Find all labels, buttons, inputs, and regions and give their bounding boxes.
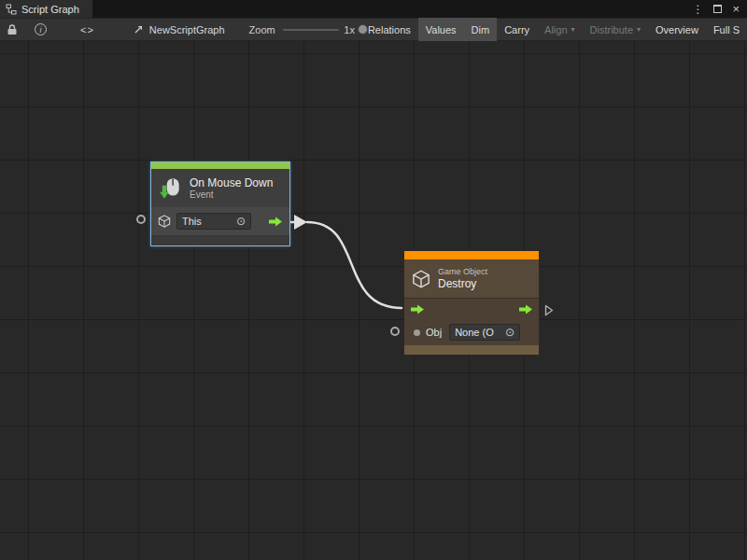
zoom-slider-track xyxy=(283,29,340,31)
trigger-input-port[interactable] xyxy=(410,304,425,315)
values-button[interactable]: Values xyxy=(418,18,464,41)
trigger-output-port[interactable] xyxy=(268,217,283,227)
overview-button[interactable]: Overview xyxy=(648,18,706,41)
code-icon: <> xyxy=(80,24,94,35)
node-title: Destroy xyxy=(438,277,487,290)
script-graph-window: Script Graph ⋮ × i <> xyxy=(0,0,747,560)
graph-name-label: NewScriptGraph xyxy=(149,24,225,35)
chevron-down-icon: ▾ xyxy=(571,25,575,34)
destroy-node-header[interactable]: Game Object Destroy xyxy=(404,259,539,298)
node-category: Game Object xyxy=(438,267,487,277)
align-dropdown[interactable]: Align ▾ xyxy=(537,18,582,41)
tab-label: Script Graph xyxy=(21,4,79,15)
node-title: On Mouse Down xyxy=(190,176,273,189)
carry-button[interactable]: Carry xyxy=(497,18,537,41)
obj-value-dot xyxy=(414,329,420,336)
dim-button[interactable]: Dim xyxy=(464,18,498,41)
info-button[interactable]: i xyxy=(32,18,49,41)
connection-wire[interactable] xyxy=(283,215,402,308)
lock-button[interactable] xyxy=(4,18,21,41)
lock-icon xyxy=(7,23,18,35)
target-object-field[interactable]: This ⊙ xyxy=(176,213,251,230)
event-accent-bar xyxy=(151,162,289,169)
title-bar: Script Graph ⋮ × xyxy=(0,0,747,18)
relations-button[interactable]: Relations xyxy=(360,18,418,41)
obj-field-value: None (O xyxy=(455,327,494,338)
graph-asset-icon xyxy=(133,24,144,35)
event-node-body: This ⊙ xyxy=(151,207,289,235)
obj-label: Obj xyxy=(426,327,442,338)
gameobject-cube-icon xyxy=(412,270,430,288)
event-node-footer xyxy=(151,235,289,245)
zoom-slider[interactable] xyxy=(283,18,340,41)
target-input-port[interactable] xyxy=(136,215,146,224)
gameobject-cube-icon xyxy=(158,215,171,228)
destroy-obj-row: Obj None (O ⊙ xyxy=(404,320,539,344)
info-icon: i xyxy=(35,23,47,35)
mouse-down-icon xyxy=(159,176,183,201)
obj-object-field[interactable]: None (O ⊙ xyxy=(449,324,520,341)
node-subtitle: Event xyxy=(190,189,273,201)
kebab-menu-icon[interactable]: ⋮ xyxy=(692,3,703,16)
graph-tab-icon xyxy=(6,4,17,15)
destroy-node[interactable]: Game Object Destroy xyxy=(403,250,540,356)
destroy-accent-bar xyxy=(404,251,539,259)
trigger-output-port[interactable] xyxy=(518,304,533,315)
maximize-icon[interactable] xyxy=(713,5,722,13)
graph-toolbar: i <> NewScriptGraph Zoom 1x Relations Va… xyxy=(0,18,747,41)
zoom-slider-knob[interactable] xyxy=(358,24,368,35)
destroy-node-footer xyxy=(404,344,539,355)
trigger-output-marker[interactable] xyxy=(544,304,554,316)
object-picker-icon[interactable]: ⊙ xyxy=(505,327,514,338)
on-mouse-down-node[interactable]: On Mouse Down Event This ⊙ xyxy=(150,161,290,246)
edit-code-button[interactable]: <> xyxy=(78,18,97,41)
chevron-down-icon: ▾ xyxy=(637,25,641,34)
graph-canvas[interactable]: On Mouse Down Event This ⊙ xyxy=(0,41,747,560)
obj-input-port[interactable] xyxy=(390,327,400,336)
tab-script-graph[interactable]: Script Graph xyxy=(0,0,92,18)
distribute-dropdown[interactable]: Distribute ▾ xyxy=(583,18,648,41)
zoom-value: 1x xyxy=(344,24,355,35)
destroy-trigger-row xyxy=(404,298,539,320)
object-picker-icon[interactable]: ⊙ xyxy=(236,216,246,227)
graph-asset-button[interactable]: NewScriptGraph xyxy=(133,24,225,35)
target-field-value: This xyxy=(182,216,202,227)
fullscreen-button[interactable]: Full S xyxy=(706,18,747,41)
zoom-label: Zoom xyxy=(249,24,275,35)
close-icon[interactable]: × xyxy=(732,3,740,15)
event-node-header[interactable]: On Mouse Down Event xyxy=(151,169,289,207)
